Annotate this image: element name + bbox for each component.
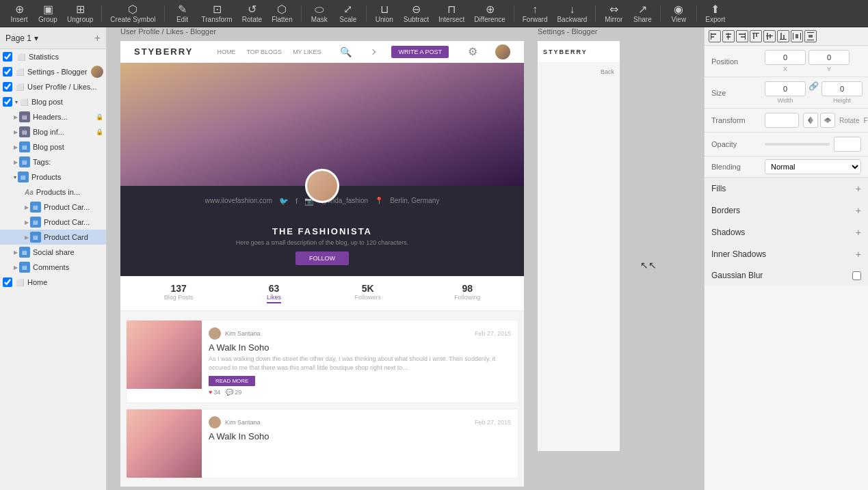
flip-v-button[interactable] xyxy=(820,113,835,128)
fills-add-button[interactable]: + xyxy=(856,183,861,194)
layer-visibility-user-profile[interactable] xyxy=(3,82,12,92)
gaussian-blur-toggle[interactable] xyxy=(852,271,861,280)
fills-section-header[interactable]: Fills + xyxy=(705,178,868,200)
toolbar-union[interactable]: ⊔ Union xyxy=(371,3,398,25)
layer-blog-post-inner[interactable]: ▶ ▤ Blog post xyxy=(0,139,106,154)
layer-comments[interactable]: ▶ ▤ Comments xyxy=(0,260,106,275)
gaussian-blur-section-header[interactable]: Gaussian Blur xyxy=(705,265,868,286)
layer-user-profile[interactable]: ⬜ User Profile / Likes... xyxy=(0,79,106,94)
layer-tags[interactable]: ▶ ▤ Tags: xyxy=(0,154,106,169)
inner-shadows-add-button[interactable]: + xyxy=(856,249,861,260)
toolbar-forward[interactable]: ↑ Forward xyxy=(518,3,552,25)
folder-icon-product-car-2: ▤ xyxy=(30,217,41,228)
nav-link-top-blogs[interactable]: TOP BLOGS xyxy=(246,49,282,55)
layer-headers[interactable]: ▶ ▤ Headers... 🔒 xyxy=(0,109,106,124)
height-input[interactable] xyxy=(821,81,863,96)
toolbar-create-symbol[interactable]: ⬡ Create Symbol xyxy=(106,3,159,25)
toolbar-view[interactable]: ◉ View xyxy=(665,3,692,25)
position-inputs: X Y xyxy=(765,50,861,72)
y-position-input[interactable] xyxy=(808,50,850,65)
read-more-button-1[interactable]: READ MORE xyxy=(209,376,255,386)
borders-section-header[interactable]: Borders + xyxy=(705,200,868,221)
nav-link-my-likes[interactable]: MY LIKES xyxy=(293,49,321,55)
layer-home[interactable]: ⬜ Home xyxy=(0,275,106,290)
toolbar-backward[interactable]: ↓ Backward xyxy=(553,3,591,25)
toolbar-mask[interactable]: ⬭ Mask xyxy=(306,3,333,25)
align-left-button[interactable] xyxy=(709,30,721,42)
blending-select[interactable]: Normal Darken Multiply Color Burn Lighte… xyxy=(765,159,861,174)
distribute-h-button[interactable] xyxy=(791,30,803,42)
dropdown-icon[interactable] xyxy=(370,49,376,54)
width-input[interactable] xyxy=(765,81,806,96)
layer-statistics[interactable]: ⬜ Statistics xyxy=(0,49,106,64)
twitter-icon[interactable]: 🐦 xyxy=(279,197,289,206)
add-page-button[interactable]: + xyxy=(94,32,101,44)
write-post-button[interactable]: WRITE A POST xyxy=(391,46,449,58)
stat-likes[interactable]: 63 Likes xyxy=(267,283,281,303)
search-icon[interactable]: 🔍 xyxy=(340,46,352,57)
layer-blog-inf[interactable]: ▶ ▤ Blog inf... 🔒 xyxy=(0,124,106,139)
layer-product-card[interactable]: ▶ ▤ Product Card xyxy=(0,230,106,245)
layer-product-car-1[interactable]: ▶ ▤ Product Car... xyxy=(0,200,106,215)
artboard-settings: Settings - Blogger STYBERRY Back xyxy=(538,41,620,476)
size-lock-icon[interactable]: 🔗 xyxy=(808,81,819,97)
toolbar-subtract[interactable]: ⊖ Subtract xyxy=(399,3,433,25)
toolbar-export[interactable]: ⬆ Export xyxy=(701,3,729,25)
toolbar-rotate[interactable]: ↺ Rotate xyxy=(238,3,266,25)
layer-products-in[interactable]: Aa Products in... xyxy=(0,185,106,200)
position-row: Position X Y xyxy=(705,46,868,77)
post-footer-1: ♥ 34 💬 29 xyxy=(209,389,511,396)
back-button[interactable]: Back xyxy=(538,63,620,81)
toolbar-transform[interactable]: ⊡ Transform xyxy=(198,3,237,25)
layer-visibility-blog-post[interactable] xyxy=(3,97,12,107)
user-avatar-nav[interactable] xyxy=(495,44,510,59)
align-center-h-button[interactable] xyxy=(722,30,735,42)
shadows-section-header[interactable]: Shadows + xyxy=(705,221,868,243)
toolbar-flatten[interactable]: ⬡ Flatten xyxy=(267,3,297,25)
x-position-input[interactable] xyxy=(765,50,806,65)
follow-button[interactable]: FOLLOW xyxy=(295,251,349,265)
toolbar-mirror[interactable]: ⇔ Mirror xyxy=(600,3,627,25)
nav-link-home[interactable]: HOME xyxy=(217,49,235,55)
borders-add-button[interactable]: + xyxy=(856,205,861,216)
shadows-add-button[interactable]: + xyxy=(856,227,861,238)
borders-label: Borders xyxy=(711,206,856,215)
distribute-v-button[interactable] xyxy=(804,30,817,42)
post-text-1: As I was walking down the street the oth… xyxy=(209,355,511,372)
facebook-icon[interactable]: f xyxy=(295,197,298,206)
canvas[interactable]: User Profile / Likes - Blogger STYBERRY … xyxy=(107,27,704,490)
x-position-group: X xyxy=(765,50,806,72)
layer-visibility-settings[interactable] xyxy=(3,67,12,77)
stat-num-blog-posts: 137 xyxy=(164,283,194,294)
layer-settings-blogger[interactable]: ⬜ Settings - Blogger xyxy=(0,64,106,79)
toolbar-ungroup[interactable]: ⊞ Ungroup xyxy=(63,3,97,25)
svg-rect-21 xyxy=(807,32,814,33)
profile-desc: Here goes a small description of the blo… xyxy=(236,239,409,246)
layer-blog-post[interactable]: ▾ ⬜ Blog post xyxy=(0,94,106,109)
layer-visibility-home[interactable] xyxy=(3,277,12,287)
toolbar-share[interactable]: ↗ Share xyxy=(629,3,656,25)
layer-visibility-statistics[interactable] xyxy=(3,52,12,62)
flip-h-button[interactable] xyxy=(803,113,818,128)
post-date-1: Feb 27, 2015 xyxy=(475,330,511,337)
page-selector[interactable]: Page 1 ▾ xyxy=(5,33,38,43)
toolbar-scale[interactable]: ⤢ Scale xyxy=(334,3,362,25)
layer-product-car-2[interactable]: ▶ ▤ Product Car... xyxy=(0,215,106,230)
toolbar-difference[interactable]: ⊕ Difference xyxy=(470,3,509,25)
align-top-button[interactable] xyxy=(750,30,762,42)
toolbar-edit[interactable]: ✎ Edit xyxy=(169,3,196,25)
align-right-button[interactable] xyxy=(736,30,748,42)
opacity-input[interactable] xyxy=(834,137,861,152)
opacity-slider[interactable] xyxy=(765,143,830,146)
settings-icon[interactable]: ⚙ xyxy=(468,45,477,58)
toolbar-insert[interactable]: ⊕ Insert xyxy=(5,3,33,25)
align-bottom-button[interactable] xyxy=(777,30,789,42)
inner-shadows-section-header[interactable]: Inner Shadows + xyxy=(705,243,868,265)
layer-social-share[interactable]: ▶ ▤ Social share xyxy=(0,245,106,260)
rotate-input[interactable] xyxy=(765,113,799,128)
layer-products-group[interactable]: ▾ ▤ Products xyxy=(0,169,106,185)
toolbar-intersect[interactable]: ⊓ Intersect xyxy=(434,3,469,25)
toolbar-group[interactable]: ▣ Group xyxy=(34,3,62,25)
align-center-v-button[interactable] xyxy=(763,30,776,42)
blog-hero xyxy=(120,63,524,186)
